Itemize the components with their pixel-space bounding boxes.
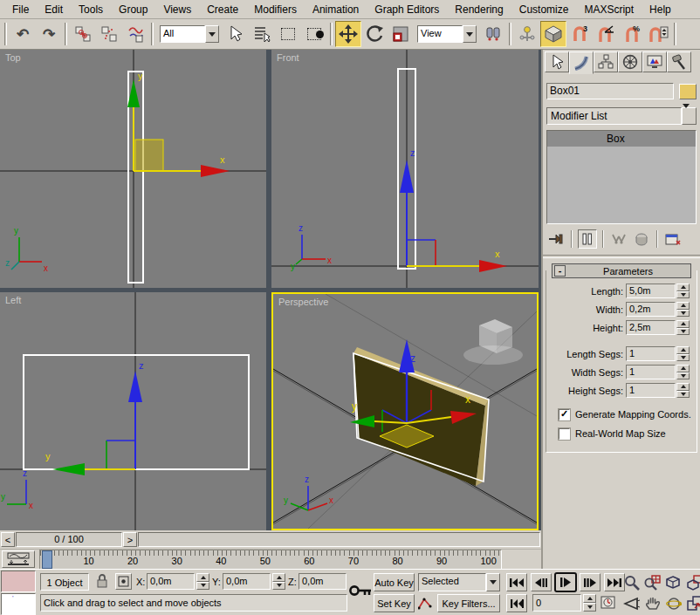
time-slider-track[interactable] [138, 532, 540, 547]
tab-modify[interactable] [569, 51, 594, 74]
viewport-top[interactable]: Top y x y [0, 50, 266, 288]
key-filter-scope-select[interactable]: Selected [418, 573, 500, 591]
height-segs-input[interactable]: 1 [626, 383, 676, 398]
width-segs-input[interactable]: 1 [626, 365, 676, 379]
auto-key-button[interactable]: Auto Key [374, 573, 415, 591]
viewport-front-label[interactable]: Front [277, 52, 299, 63]
coordinate-system-select[interactable]: View [417, 25, 477, 43]
previous-frame-button[interactable]: < [1, 532, 15, 547]
viewport-top-label[interactable]: Top [5, 52, 21, 63]
key-filter-scope-dropdown-button[interactable] [486, 573, 500, 591]
stack-item-box[interactable]: Box [547, 131, 696, 147]
time-slider-display[interactable]: 0 / 100 [16, 532, 122, 547]
zoom-extents-all-button[interactable] [684, 573, 700, 591]
menu-item-views[interactable]: Views [156, 2, 198, 17]
viewport-left-label[interactable]: Left [5, 295, 21, 305]
modifier-list-select[interactable]: Modifier List [546, 107, 697, 125]
redo-button[interactable]: ↷ [36, 21, 62, 47]
time-slider-handle[interactable] [42, 550, 52, 569]
current-frame-spinner[interactable] [583, 594, 596, 612]
pin-stack-button[interactable] [546, 229, 566, 249]
x-coordinate-spinner[interactable] [196, 573, 209, 590]
maxscript-mini-listener-white[interactable]: ' [1, 593, 36, 615]
select-and-manipulate-button[interactable] [514, 21, 540, 47]
set-keys-button[interactable] [349, 580, 372, 603]
select-by-name-button[interactable] [249, 21, 275, 47]
selection-filter-dropdown-button[interactable] [205, 25, 219, 43]
tab-motion[interactable] [618, 51, 642, 72]
absolute-mode-toggle-button[interactable] [115, 573, 132, 590]
open-mini-curve-editor-button[interactable] [2, 550, 35, 568]
menu-item-maxscript[interactable]: MAXScript [577, 2, 641, 17]
width-segs-spinner[interactable] [676, 365, 690, 379]
previous-frame-step-button[interactable] [531, 573, 552, 591]
remove-modifier-button[interactable] [632, 229, 651, 249]
configure-modifier-sets-button[interactable] [663, 229, 683, 249]
viewport-left[interactable]: Left z y z [0, 292, 266, 530]
viewport-top-scene[interactable]: y x y z x [0, 50, 266, 288]
tab-hierarchy[interactable] [594, 51, 618, 72]
menu-item-graph-editors[interactable]: Graph Editors [367, 2, 446, 17]
selection-lock-button[interactable] [96, 573, 110, 591]
width-spinner[interactable] [676, 302, 690, 317]
current-frame-input[interactable]: 0 [532, 594, 581, 612]
zoom-button[interactable] [621, 573, 642, 591]
height-input[interactable]: 2,5m [626, 320, 676, 335]
zoom-extents-button[interactable] [663, 573, 683, 591]
menu-item-group[interactable]: Group [112, 2, 154, 17]
show-end-result-button[interactable] [578, 229, 597, 249]
play-button[interactable] [555, 573, 576, 591]
bind-to-space-warp-button[interactable] [122, 21, 148, 47]
arc-rotate-button[interactable] [663, 594, 683, 612]
width-input[interactable]: 0,2m [626, 302, 676, 317]
generate-mapping-coords-checkbox[interactable] [559, 409, 570, 420]
viewport-left-scene[interactable]: z y z y x [0, 292, 266, 530]
tab-create[interactable] [545, 51, 569, 72]
viewport-front[interactable]: Front z x [271, 50, 539, 288]
rectangular-selection-button[interactable] [275, 21, 301, 47]
object-name-input[interactable]: Box01 [546, 83, 674, 99]
tab-display[interactable] [642, 51, 667, 72]
viewport-perspective-label[interactable]: Perspective [278, 297, 328, 307]
field-of-view-button[interactable] [621, 594, 642, 612]
menu-item-customize[interactable]: Customize [512, 2, 576, 17]
menu-item-help[interactable]: Help [642, 2, 678, 17]
min-max-toggle-button[interactable] [684, 594, 700, 612]
zoom-all-button[interactable] [642, 573, 662, 591]
height-segs-spinner[interactable] [676, 383, 690, 398]
menu-item-edit[interactable]: Edit [38, 2, 70, 17]
window-crossing-button[interactable] [301, 21, 327, 47]
unlink-selection-button[interactable] [96, 21, 122, 47]
length-segs-input[interactable]: 1 [626, 346, 676, 361]
y-coordinate-spinner[interactable] [272, 573, 285, 590]
length-spinner[interactable] [676, 284, 690, 298]
snap-3d-button[interactable]: 3 [566, 21, 593, 47]
viewport-perspective-scene[interactable]: z x y z x y [273, 294, 537, 529]
object-color-swatch[interactable] [679, 84, 697, 99]
viewport-perspective[interactable]: Perspective [271, 292, 539, 530]
key-mode-toggle-button[interactable] [506, 594, 527, 612]
make-unique-button[interactable] [609, 229, 628, 249]
z-coordinate-input[interactable]: 0,0m [299, 573, 347, 590]
tab-utilities[interactable] [667, 51, 691, 72]
real-world-map-size-checkbox[interactable] [559, 428, 570, 440]
angle-snap-button[interactable] [593, 21, 619, 47]
viewport-front-scene[interactable]: z x z x y [271, 50, 539, 288]
selection-filter-select[interactable]: All [160, 25, 219, 43]
next-frame-button[interactable]: > [123, 532, 137, 547]
pan-button[interactable] [642, 594, 662, 612]
select-and-scale-button[interactable] [388, 21, 414, 47]
viewcube[interactable] [463, 319, 523, 365]
next-frame-step-button[interactable] [580, 573, 600, 591]
y-coordinate-input[interactable]: 0,0m [223, 573, 271, 590]
snaps-toggle-button[interactable] [540, 21, 566, 47]
modifier-list-dropdown-button[interactable] [682, 107, 697, 125]
select-and-move-button[interactable] [335, 21, 361, 47]
menu-item-create[interactable]: Create [200, 2, 245, 17]
menu-item-animation[interactable]: Animation [305, 2, 366, 17]
maxscript-mini-listener-pink[interactable] [1, 571, 36, 592]
default-in-out-tangents-button[interactable] [418, 594, 434, 612]
menu-item-file[interactable]: File [5, 2, 36, 17]
menu-item-tools[interactable]: Tools [72, 2, 110, 17]
use-center-button[interactable] [480, 21, 506, 47]
